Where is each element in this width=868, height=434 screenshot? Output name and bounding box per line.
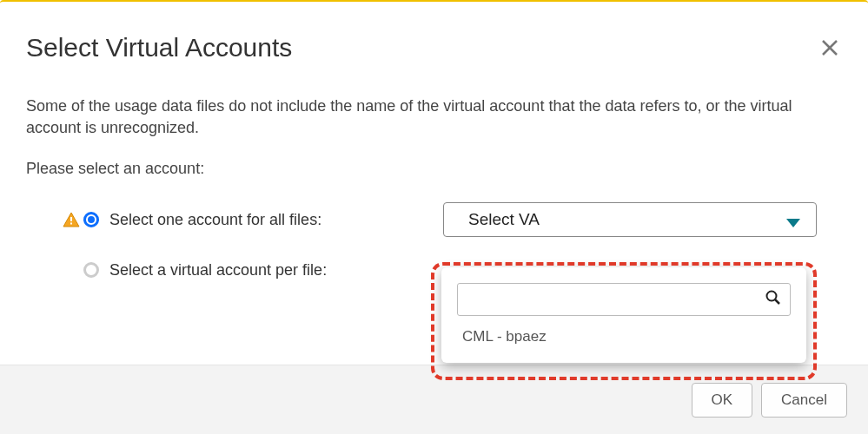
opt1-label: Select one account for all files: (109, 211, 321, 229)
modal-footer: OK Cancel (0, 365, 868, 434)
svg-rect-4 (70, 223, 72, 225)
svg-marker-5 (786, 219, 800, 227)
svg-rect-3 (70, 217, 72, 221)
va-search-field[interactable] (457, 283, 791, 316)
modal-title: Select Virtual Accounts (26, 33, 292, 62)
va-dropdown-panel: CML - bpaez (441, 267, 806, 363)
modal-description: Some of the usage data files do not incl… (26, 95, 842, 139)
close-icon[interactable] (818, 33, 842, 64)
select-va-placeholder: Select VA (468, 210, 540, 229)
svg-line-7 (775, 299, 779, 304)
select-va-dropdown[interactable]: Select VA (443, 202, 817, 237)
chevron-down-icon (786, 215, 800, 231)
radio-per-file[interactable] (83, 262, 99, 278)
warning-icon (63, 212, 80, 227)
va-dropdown-item[interactable]: CML - bpaez (457, 316, 791, 347)
modal-prompt: Please select an account: (26, 160, 842, 178)
cancel-button[interactable]: Cancel (761, 383, 847, 418)
radio-all-files[interactable] (83, 212, 99, 227)
ok-button[interactable]: OK (692, 383, 753, 418)
va-search-input[interactable] (467, 291, 781, 308)
search-icon (765, 290, 781, 309)
svg-point-6 (767, 292, 777, 301)
opt2-label: Select a virtual account per file: (109, 261, 327, 279)
